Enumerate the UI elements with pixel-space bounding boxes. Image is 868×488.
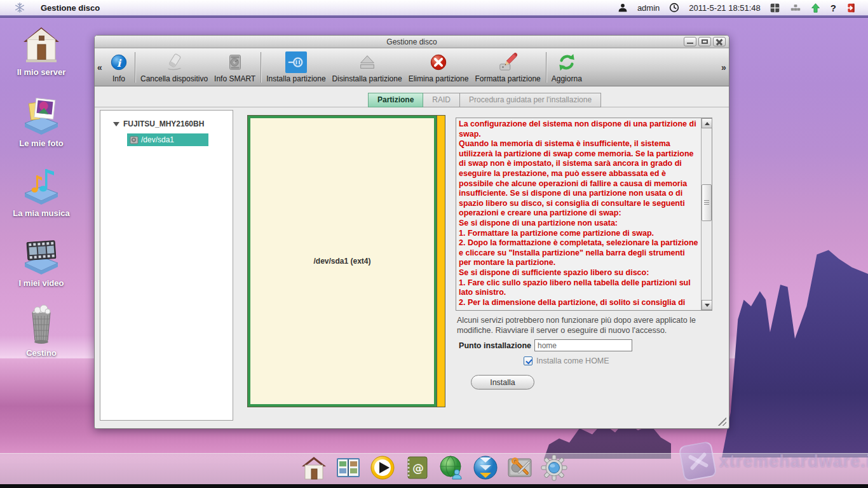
home-folder-icon: [21, 23, 62, 65]
minimize-button[interactable]: [684, 37, 696, 46]
maximize-button[interactable]: [698, 37, 711, 46]
swap-info-box: La configurazione del sistema non dispon…: [456, 118, 712, 311]
dock-chat-globe-icon[interactable]: [437, 453, 466, 482]
window-title: Gestione disco: [386, 37, 437, 46]
tab-raid[interactable]: RAID: [423, 93, 460, 107]
clock-icon: [668, 2, 680, 13]
menu-bar-divider: [0, 15, 868, 18]
dock-photo-album-icon[interactable]: [334, 453, 363, 482]
tab-partizione[interactable]: Partizione: [368, 93, 423, 107]
svg-text:@: @: [412, 461, 424, 475]
close-button[interactable]: [713, 37, 726, 46]
delete-partition-button[interactable]: Elimina partizione: [405, 50, 472, 85]
desktop-icon-my-photos[interactable]: Le mie foto: [9, 94, 74, 148]
videos-folder-icon: [21, 234, 62, 276]
arrow-up-icon: [705, 122, 710, 125]
dock-media-player-icon[interactable]: [368, 453, 397, 482]
user-icon[interactable]: [617, 2, 628, 13]
top-menu-bar: Gestione disco admin 2011-5-21 18:51:48 …: [0, 0, 868, 15]
install-home-checkbox[interactable]: [524, 356, 532, 365]
erase-device-button[interactable]: Cancella dispositivo: [137, 50, 211, 85]
help-icon[interactable]: ?: [831, 3, 836, 13]
install-button[interactable]: Installa: [471, 375, 534, 390]
toolbar-separator: [135, 52, 135, 83]
partition-map: /dev/sda1 (ext4): [247, 115, 445, 407]
scrollbar[interactable]: [701, 118, 712, 310]
mount-partition-button[interactable]: Installa partizione: [263, 50, 329, 85]
tree-node-partition[interactable]: /dev/sda1: [127, 133, 227, 146]
desktop-icon-label: I miei video: [9, 278, 74, 288]
toolbar-scroll-left[interactable]: «: [95, 62, 105, 72]
unmount-partition-button[interactable]: Disinstalla partizione: [329, 50, 405, 85]
watermark-text: xtremehardware.it: [719, 452, 868, 471]
mount-point-label: Punto installazione: [456, 341, 534, 350]
mount-point-row: Punto installazione: [456, 339, 716, 351]
free-space-block[interactable]: [437, 116, 445, 407]
trash-icon: [21, 304, 62, 346]
install-home-label: Installa come HOME: [536, 356, 609, 365]
info-button[interactable]: i Info: [105, 50, 133, 85]
workgroup-icon[interactable]: [790, 2, 801, 13]
device-tree-panel: FUJITSU_MHY2160BH /dev/sda1: [100, 110, 233, 421]
home-checkbox-row: Installa come HOME: [524, 356, 609, 365]
smart-info-button[interactable]: Info SMART: [211, 50, 259, 85]
tree-node-device[interactable]: FUJITSU_MHY2160BH: [105, 119, 227, 128]
device-name: FUJITSU_MHY2160BH: [123, 119, 204, 128]
active-app-title: Gestione disco: [41, 3, 100, 13]
desktop-icon-label: La mia musica: [9, 208, 74, 218]
delete-cross-icon: [428, 51, 449, 73]
partition-block-sda1[interactable]: /dev/sda1 (ext4): [248, 116, 437, 407]
logged-in-user: admin: [637, 3, 660, 13]
dock-address-book-icon[interactable]: @: [402, 453, 431, 482]
tab-install-wizard[interactable]: Procedura guidata per l'installazione: [460, 93, 601, 107]
tab-bar: Partizione RAID Procedura guidata per l'…: [368, 93, 601, 107]
logout-icon[interactable]: [845, 2, 857, 13]
desktop-icon-label: Cestino: [9, 348, 74, 358]
desktop-icon-my-videos[interactable]: I miei video: [9, 234, 74, 288]
desktop: Gestione disco admin 2011-5-21 18:51:48 …: [0, 0, 868, 488]
desktop-icon-my-server[interactable]: Il mio server: [9, 23, 74, 77]
toolbar-scroll-right[interactable]: »: [719, 62, 729, 72]
desktop-icon-my-music[interactable]: La mia musica: [9, 164, 74, 218]
desktop-icon-trash[interactable]: Cestino: [9, 304, 74, 358]
mount-point-input[interactable]: [534, 339, 632, 351]
toolbar-separator: [261, 52, 261, 83]
smart-disk-icon: [224, 51, 246, 73]
arrow-down-icon: [705, 304, 710, 307]
app-logo-icon[interactable]: [14, 2, 25, 13]
toolbar: « i Info Cancella dispositivo Inf: [95, 48, 729, 86]
dock-home-icon[interactable]: [299, 453, 329, 482]
apps-grid-icon[interactable]: [770, 2, 781, 13]
watermark: xtremehardware.it: [681, 444, 868, 479]
partition-block-label: /dev/sda1 (ext4): [313, 257, 370, 266]
watermark-logo-icon: [679, 441, 717, 482]
desktop-icon-label: Il mio server: [9, 67, 74, 77]
service-notice-text: Alcuni servizi potrebbero non funzionare…: [457, 315, 716, 336]
info-icon: i: [108, 51, 130, 73]
mount-plug-icon: [285, 51, 307, 73]
scroll-down-button[interactable]: [702, 300, 712, 310]
refresh-icon: [556, 51, 578, 73]
disk-icon: [130, 136, 139, 144]
toolbar-separator: [546, 52, 546, 83]
eject-icon: [356, 51, 378, 73]
bottom-edge: [0, 484, 868, 488]
tree-expand-caret-icon[interactable]: [113, 122, 119, 126]
window-title-bar[interactable]: Gestione disco: [95, 36, 729, 48]
photos-folder-icon: [21, 94, 62, 136]
dock-settings-gear-icon[interactable]: [539, 453, 569, 482]
format-partition-button[interactable]: Formatta partizione: [471, 50, 543, 85]
window-resize-grip[interactable]: [717, 416, 726, 426]
scrollbar-thumb[interactable]: [702, 184, 712, 221]
partition-name: /dev/sda1: [141, 135, 174, 144]
scroll-up-button[interactable]: [702, 118, 712, 128]
upload-arrow-icon[interactable]: [810, 2, 822, 13]
music-folder-icon: [21, 164, 62, 206]
disk-management-window: Gestione disco « i Info: [94, 35, 729, 429]
dock-download-sphere-icon[interactable]: [471, 453, 500, 482]
eraser-icon: [163, 51, 185, 73]
desktop-icon-label: Le mie foto: [9, 139, 74, 148]
dock-disk-utility-icon[interactable]: [505, 453, 534, 482]
refresh-button[interactable]: Aggiorna: [548, 50, 585, 85]
swap-warning-text: La configurazione del sistema non dispon…: [459, 119, 699, 308]
